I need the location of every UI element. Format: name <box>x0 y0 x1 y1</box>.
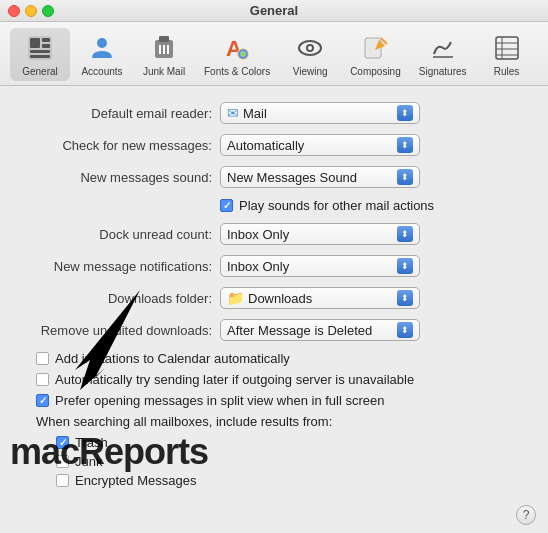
viewing-icon <box>294 32 326 64</box>
svg-rect-5 <box>30 55 50 58</box>
watermark: macReports <box>10 431 208 473</box>
new-messages-sound-value: New Messages Sound <box>227 170 393 185</box>
maximize-button[interactable] <box>42 5 54 17</box>
toolbar-item-fonts-colors[interactable]: A Fonts & Colors <box>196 28 278 81</box>
junk-mail-icon <box>148 32 180 64</box>
play-sounds-label: Play sounds for other mail actions <box>239 198 434 213</box>
default-email-reader-arrow <box>397 105 413 121</box>
remove-unedited-downloads-select[interactable]: After Message is Deleted <box>220 319 420 341</box>
play-sounds-row: Play sounds for other mail actions <box>20 198 528 213</box>
close-button[interactable] <box>8 5 20 17</box>
mail-app-icon: ✉ <box>227 105 239 121</box>
new-messages-sound-row: New messages sound: New Messages Sound <box>20 166 528 188</box>
junk-mail-label: Junk Mail <box>143 66 185 77</box>
title-bar: General <box>0 0 548 22</box>
general-label: General <box>22 66 58 77</box>
prefer-split-label: Prefer opening messages in split view wh… <box>55 393 385 408</box>
accounts-icon <box>86 32 118 64</box>
remove-unedited-downloads-arrow <box>397 322 413 338</box>
svg-point-13 <box>237 48 249 60</box>
prefer-split-row: Prefer opening messages in split view wh… <box>20 393 528 408</box>
svg-rect-1 <box>30 38 40 48</box>
prefer-split-checkbox[interactable] <box>36 394 49 407</box>
svg-point-6 <box>97 38 107 48</box>
new-message-notifications-select[interactable]: Inbox Only <box>220 255 420 277</box>
check-new-messages-value: Automatically <box>227 138 393 153</box>
svg-rect-8 <box>159 36 169 42</box>
help-button[interactable]: ? <box>516 505 536 525</box>
check-new-messages-arrow <box>397 137 413 153</box>
new-messages-sound-label: New messages sound: <box>20 170 220 185</box>
toolbar-item-signatures[interactable]: Signatures <box>411 28 475 81</box>
dock-unread-count-select[interactable]: Inbox Only <box>220 223 420 245</box>
new-messages-sound-select[interactable]: New Messages Sound <box>220 166 420 188</box>
toolbar-item-accounts[interactable]: Accounts <box>72 28 132 81</box>
new-messages-sound-arrow <box>397 169 413 185</box>
dock-unread-count-label: Dock unread count: <box>20 227 220 242</box>
signatures-icon <box>427 32 459 64</box>
play-sounds-checkbox[interactable] <box>220 199 233 212</box>
toolbar-item-junk-mail[interactable]: Junk Mail <box>134 28 194 81</box>
toolbar-item-rules[interactable]: Rules <box>477 28 537 81</box>
new-messages-sound-control: New Messages Sound <box>220 166 528 188</box>
default-email-reader-row: Default email reader: ✉ Mail <box>20 102 528 124</box>
minimize-button[interactable] <box>25 5 37 17</box>
new-message-notifications-value: Inbox Only <box>227 259 393 274</box>
svg-rect-2 <box>42 38 50 42</box>
check-new-messages-control: Automatically <box>220 134 528 156</box>
traffic-lights <box>8 5 54 17</box>
composing-label: Composing <box>350 66 401 77</box>
toolbar-item-general[interactable]: General <box>10 28 70 81</box>
new-message-notifications-row: New message notifications: Inbox Only <box>20 255 528 277</box>
new-message-notifications-arrow <box>397 258 413 274</box>
toolbar: General Accounts Junk Mail A <box>0 22 548 86</box>
remove-unedited-downloads-control: After Message is Deleted <box>220 319 528 341</box>
automatically-try-checkbox[interactable] <box>36 373 49 386</box>
dock-unread-count-control: Inbox Only <box>220 223 528 245</box>
check-new-messages-label: Check for new messages: <box>20 138 220 153</box>
arrow-overlay <box>60 280 150 393</box>
add-invitations-checkbox[interactable] <box>36 352 49 365</box>
composing-icon <box>359 32 391 64</box>
svg-rect-4 <box>30 50 50 53</box>
downloads-folder-control: 📁 Downloads <box>220 287 528 309</box>
accounts-label: Accounts <box>81 66 122 77</box>
new-message-notifications-control: Inbox Only <box>220 255 528 277</box>
default-email-reader-label: Default email reader: <box>20 106 220 121</box>
dock-unread-count-arrow <box>397 226 413 242</box>
window-title: General <box>250 3 298 18</box>
default-email-reader-select[interactable]: ✉ Mail <box>220 102 420 124</box>
rules-label: Rules <box>494 66 520 77</box>
svg-rect-3 <box>42 44 50 48</box>
default-email-reader-control: ✉ Mail <box>220 102 528 124</box>
search-encrypted-label: Encrypted Messages <box>75 473 196 488</box>
search-encrypted-row: Encrypted Messages <box>20 473 528 488</box>
svg-rect-20 <box>496 37 518 59</box>
rules-icon <box>491 32 523 64</box>
downloads-folder-icon: 📁 <box>227 290 244 306</box>
viewing-label: Viewing <box>293 66 328 77</box>
remove-unedited-downloads-value: After Message is Deleted <box>227 323 393 338</box>
dock-unread-count-row: Dock unread count: Inbox Only <box>20 223 528 245</box>
fonts-colors-label: Fonts & Colors <box>204 66 270 77</box>
new-message-notifications-label: New message notifications: <box>20 259 220 274</box>
check-new-messages-select[interactable]: Automatically <box>220 134 420 156</box>
downloads-folder-select[interactable]: 📁 Downloads <box>220 287 420 309</box>
default-email-reader-value: Mail <box>243 106 393 121</box>
check-new-messages-row: Check for new messages: Automatically <box>20 134 528 156</box>
svg-point-16 <box>308 46 312 50</box>
signatures-label: Signatures <box>419 66 467 77</box>
search-encrypted-checkbox[interactable] <box>56 474 69 487</box>
general-icon <box>24 32 56 64</box>
dock-unread-count-value: Inbox Only <box>227 227 393 242</box>
toolbar-item-viewing[interactable]: Viewing <box>280 28 340 81</box>
downloads-folder-value: Downloads <box>248 291 393 306</box>
search-section-label: When searching all mailboxes, include re… <box>20 414 528 429</box>
toolbar-item-composing[interactable]: Composing <box>342 28 409 81</box>
play-sounds-inner: Play sounds for other mail actions <box>220 198 434 213</box>
fonts-colors-icon: A <box>221 32 253 64</box>
downloads-folder-arrow <box>397 290 413 306</box>
